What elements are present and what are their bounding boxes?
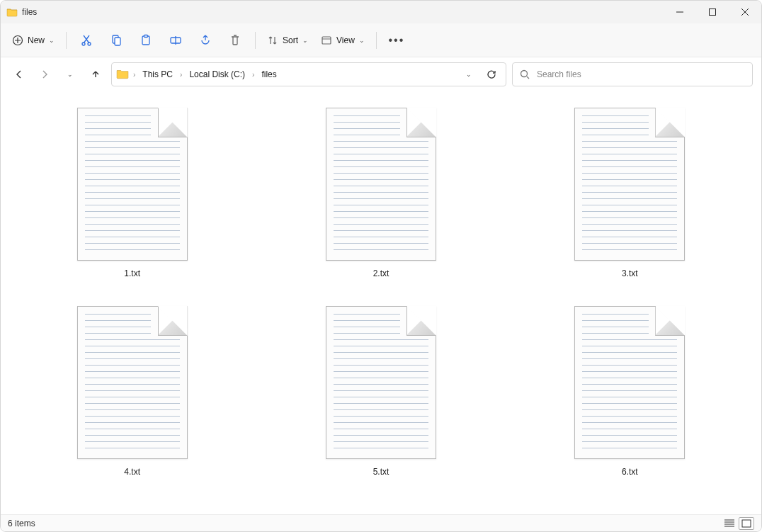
explorer-window: files New ⌄: [0, 0, 762, 532]
svg-rect-0: [710, 9, 716, 16]
back-button[interactable]: [9, 64, 29, 84]
search-icon: [520, 69, 530, 79]
view-dropdown[interactable]: View ⌄: [315, 28, 370, 52]
sort-dropdown[interactable]: Sort ⌄: [261, 28, 314, 52]
svg-rect-9: [322, 37, 331, 44]
text-file-icon: [321, 301, 441, 464]
file-item[interactable]: 3.txt: [513, 98, 747, 283]
new-button[interactable]: New ⌄: [6, 28, 60, 52]
sort-label: Sort: [283, 35, 298, 45]
chevron-right-icon: ›: [251, 71, 256, 79]
folder-icon: [116, 67, 129, 82]
file-item[interactable]: 2.txt: [263, 98, 498, 283]
text-file-icon: [569, 103, 690, 266]
address-dropdown[interactable]: ⌄: [459, 64, 479, 84]
breadcrumb-segment[interactable]: Local Disk (C:): [186, 68, 248, 81]
forward-button[interactable]: [35, 64, 55, 84]
chevron-down-icon: ⌄: [466, 71, 472, 78]
minimize-button[interactable]: [664, 1, 696, 23]
file-grid: 1.txt2.txt3.txt4.txt5.txt6.txt: [15, 98, 747, 481]
svg-point-10: [521, 71, 528, 77]
chevron-down-icon: ⌄: [49, 37, 55, 44]
recent-dropdown[interactable]: ⌄: [60, 64, 80, 84]
chevron-right-icon: ›: [178, 71, 183, 79]
svg-point-3: [88, 43, 91, 45]
folder-icon: [6, 6, 18, 18]
file-name: 4.txt: [124, 467, 140, 477]
share-button[interactable]: [191, 28, 220, 52]
file-name: 3.txt: [622, 268, 638, 278]
cut-button[interactable]: [72, 28, 101, 52]
titlebar: files: [1, 1, 761, 23]
chevron-down-icon: ⌄: [359, 37, 365, 44]
status-item-count: 6 items: [8, 519, 35, 528]
file-item[interactable]: 4.txt: [15, 297, 249, 481]
text-file-icon: [321, 103, 441, 266]
icons-view-button[interactable]: [739, 517, 754, 530]
view-label: View: [336, 35, 355, 45]
window-title: files: [22, 7, 37, 17]
new-button-label: New: [28, 35, 45, 45]
close-button[interactable]: [729, 1, 761, 23]
chevron-right-icon: ›: [132, 71, 137, 79]
refresh-button[interactable]: [482, 64, 501, 84]
status-bar: 6 items: [1, 514, 761, 531]
copy-button[interactable]: [102, 28, 130, 52]
file-name: 2.txt: [373, 268, 389, 278]
chevron-down-icon: ⌄: [302, 37, 308, 44]
text-file-icon: [72, 103, 193, 266]
text-file-icon: [569, 301, 690, 464]
breadcrumb-segment[interactable]: This PC: [140, 68, 176, 81]
file-name: 1.txt: [124, 268, 140, 278]
file-item[interactable]: 6.txt: [513, 297, 747, 481]
chevron-down-icon: ⌄: [67, 71, 73, 78]
file-item[interactable]: 5.txt: [263, 297, 498, 481]
file-name: 5.txt: [373, 467, 389, 477]
text-file-icon: [72, 301, 193, 464]
svg-rect-7: [144, 35, 148, 37]
more-button[interactable]: •••: [382, 28, 411, 52]
file-name: 6.txt: [622, 467, 638, 477]
nav-row: ⌄ › This PC › Local Disk (C:) › files ⌄: [1, 57, 761, 91]
paste-button[interactable]: [132, 28, 160, 52]
search-input[interactable]: [535, 69, 745, 80]
toolbar: New ⌄ Sort ⌄ View ⌄: [1, 23, 761, 57]
delete-button[interactable]: [221, 28, 249, 52]
breadcrumb-segment[interactable]: files: [258, 68, 279, 81]
search-box[interactable]: [512, 62, 753, 86]
svg-rect-11: [742, 520, 751, 527]
file-pane[interactable]: 1.txt2.txt3.txt4.txt5.txt6.txt: [1, 91, 761, 514]
svg-rect-5: [115, 38, 120, 45]
rename-button[interactable]: [161, 28, 190, 52]
file-item[interactable]: 1.txt: [15, 98, 249, 283]
svg-point-2: [82, 43, 85, 45]
up-button[interactable]: [86, 64, 106, 84]
maximize-button[interactable]: [696, 1, 729, 23]
details-view-button[interactable]: [722, 517, 737, 530]
address-bar[interactable]: › This PC › Local Disk (C:) › files ⌄: [111, 62, 506, 86]
